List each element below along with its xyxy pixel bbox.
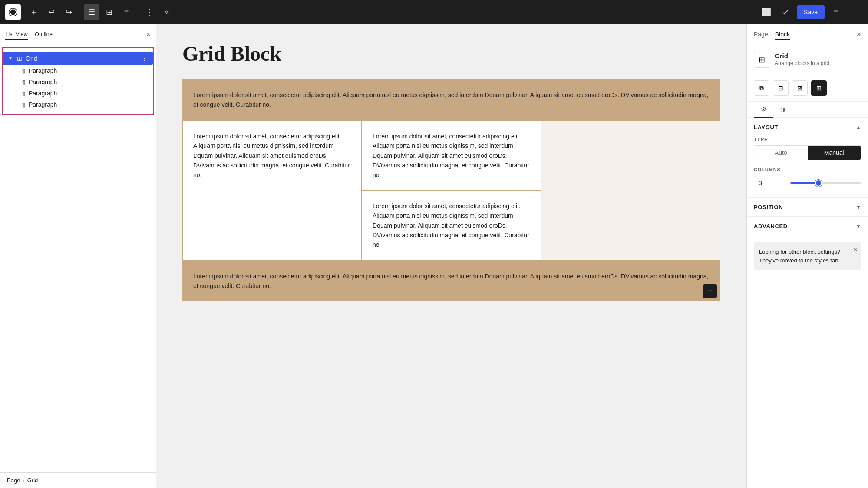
advanced-collapse-icon: ▼ [856,223,861,229]
columns-slider-fill [790,182,818,184]
paragraph-icon-3: ¶ [22,90,25,97]
grid-row-3: Lorem ipsum dolor sit amet, consectetur … [182,261,720,302]
grid-view-toggle[interactable]: ⊞ [101,4,117,20]
settings-button[interactable]: ≡ [828,4,844,20]
tree-item-paragraph-1-label: Paragraph [29,67,57,74]
tab-block-styles[interactable]: ◑ [773,102,792,118]
more-options-button[interactable]: ⋮ [142,4,157,20]
advanced-section-header[interactable]: Advanced ▼ [747,217,868,236]
grid-icon: ⊞ [17,55,22,62]
tree-container: ▼ ⊞ Grid ⋮ ¶ Paragraph ¶ Paragraph ¶ Par… [2,47,154,115]
layout-section-content: TYPE Auto Manual COLUMNS [747,137,868,197]
toolbar-divider-1 [80,7,80,17]
right-panel-tabs: Page Block × [747,24,868,45]
grid-row-3-wrapper: Lorem ipsum dolor sit amet, consectetur … [182,261,720,302]
add-block-button[interactable]: ＋ [26,4,42,20]
grid-cell-2-3 [541,121,720,261]
tree-item-paragraph-1[interactable]: ¶ Paragraph [3,65,153,76]
tree-item-grid-label: Grid [26,55,137,62]
chevron-down-icon: ▼ [8,56,13,61]
columns-input[interactable] [754,176,785,190]
columns-slider-thumb[interactable] [815,180,822,187]
toolbar-right: ⬜ ⤢ Save ≡ ⋮ [759,4,863,20]
tree-item-paragraph-3-label: Paragraph [29,90,57,97]
block-info: ⊞ Grid Arrange blocks in a grid. [747,45,868,75]
grid-cell-2-2b: Lorem ipsum dolor sit amet, consectetur … [362,191,541,260]
breadcrumb-grid[interactable]: Grid [27,477,38,484]
right-panel-close-button[interactable]: × [856,30,861,39]
tab-block[interactable]: Block [775,29,790,40]
tree-item-paragraph-2-label: Paragraph [29,79,57,85]
tab-outline[interactable]: Outline [35,29,53,40]
position-section: Position ▼ [747,197,868,216]
tab-page[interactable]: Page [754,29,768,40]
layout-collapse-icon: ▲ [856,124,861,131]
grid-row-2: Lorem ipsum dolor sit amet, consectetur … [182,121,720,261]
block-styles: ⧉ ⊟ ⊠ ⊞ [747,75,868,102]
toolbar-divider-2 [138,7,138,17]
advanced-section: Advanced ▼ [747,216,868,236]
columns-slider-track[interactable] [790,182,861,184]
tree-item-paragraph-3[interactable]: ¶ Paragraph [3,88,153,99]
toolbar-more-button[interactable]: ⋮ [847,4,863,20]
block-name: Grid [775,52,831,59]
type-toggle-group: Auto Manual [754,145,861,160]
layout-section-header[interactable]: Layout ▲ [747,118,868,137]
type-manual-button[interactable]: Manual [808,146,861,160]
wordpress-logo [5,4,21,20]
canvas[interactable]: Grid Block Lorem ipsum dolor sit amet, c… [156,24,746,488]
block-description: Arrange blocks in a grid. [775,60,831,66]
tree-item-paragraph-2[interactable]: ¶ Paragraph [3,76,153,88]
columns-row [754,176,861,190]
style-btn-grid[interactable]: ⊞ [811,80,827,96]
block-icon: ⊞ [754,52,769,68]
grid-cell-1-1: Lorem ipsum dolor sit amet, consectetur … [182,79,720,121]
advanced-section-title: Advanced [754,223,788,229]
grid-row-1: Lorem ipsum dolor sit amet, consectetur … [182,79,720,121]
grid-cell-2-2a: Lorem ipsum dolor sit amet, consectetur … [362,121,541,191]
add-block-button-canvas[interactable]: + [703,284,717,298]
save-button[interactable]: Save [797,5,825,19]
tree-item-paragraph-4-label: Paragraph [29,101,57,108]
tab-block-settings[interactable]: ⚙ [754,102,773,118]
collapse-button[interactable]: « [159,4,175,20]
document-view-toggle[interactable]: ≡ [119,4,134,20]
settings-tabs: ⚙ ◑ [747,102,868,118]
block-details: Grid Arrange blocks in a grid. [775,52,831,66]
tab-list-view[interactable]: List View [5,29,28,40]
right-panel: Page Block × ⊞ Grid Arrange blocks in a … [746,24,868,488]
page-title: Grid Block [182,42,720,66]
notification-box: Looking for other block settings? They'v… [754,242,861,270]
panel-close-button[interactable]: × [146,30,151,39]
add-block-area: + [703,284,717,298]
paragraph-icon-1: ¶ [22,68,25,74]
style-btn-crop[interactable]: ⊠ [792,80,808,96]
toolbar: ＋ ↩ ↪ ☰ ⊞ ≡ ⋮ « ⬜ ⤢ Save ≡ ⋮ [0,0,868,24]
grid-cell-2-2-wrapper: Lorem ipsum dolor sit amet, consectetur … [362,121,541,261]
toolbar-left: ＋ ↩ ↪ ☰ ⊞ ≡ ⋮ « [5,4,757,20]
notification-text: Looking for other block settings? They'v… [759,249,840,264]
screen-options-button[interactable]: ⬜ [759,4,774,20]
breadcrumb-separator: › [23,477,24,484]
layout-section-title: Layout [754,124,778,131]
breadcrumb: Page › Grid [0,472,156,488]
style-btn-duplicate[interactable]: ⧉ [754,80,769,96]
paragraph-icon-2: ¶ [22,79,25,85]
style-btn-resize[interactable]: ⊟ [773,80,789,96]
list-view-toggle[interactable]: ☰ [84,4,99,20]
notification-close-button[interactable]: × [854,246,858,254]
tree-item-options-icon[interactable]: ⋮ [141,54,148,62]
right-panel-content: Layout ▲ TYPE Auto Manual COLUMNS [747,118,868,488]
type-auto-button[interactable]: Auto [754,146,808,160]
paragraph-icon-4: ¶ [22,102,25,108]
fullscreen-button[interactable]: ⤢ [778,4,793,20]
breadcrumb-page[interactable]: Page [7,477,20,484]
position-section-header[interactable]: Position ▼ [747,198,868,216]
undo-button[interactable]: ↩ [43,4,59,20]
tree-item-paragraph-4[interactable]: ¶ Paragraph [3,99,153,110]
redo-button[interactable]: ↪ [61,4,76,20]
type-field-label: TYPE [754,137,861,142]
grid-cell-2-1: Lorem ipsum dolor sit amet, consectetur … [182,121,362,261]
tree-item-grid[interactable]: ▼ ⊞ Grid ⋮ [3,52,153,65]
layout-section: Layout ▲ TYPE Auto Manual COLUMNS [747,118,868,197]
